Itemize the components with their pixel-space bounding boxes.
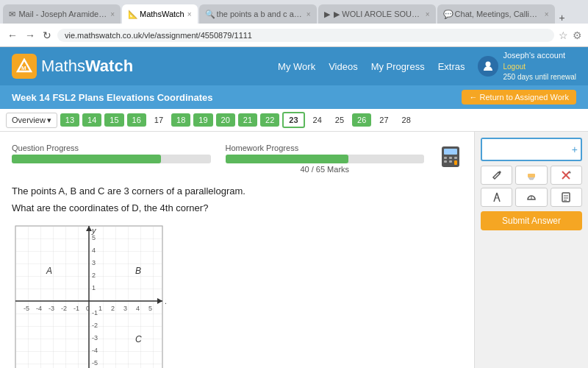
tab-youtube-close[interactable]: × bbox=[426, 10, 430, 18]
question-line1: The points A, B and C are 3 corners of a… bbox=[12, 185, 462, 197]
header-nav: My Work Videos My Progress Extras Joseph… bbox=[278, 50, 576, 82]
tab-points-title: the points a b and c are 3 corn... bbox=[217, 10, 304, 18]
bookmark-button[interactable]: ☆ bbox=[559, 29, 568, 41]
svg-rect-8 bbox=[444, 160, 447, 163]
tab-19[interactable]: 19 bbox=[193, 113, 212, 127]
assignment-title: Week 14 FSL2 Plans Elevations Coordinate… bbox=[12, 92, 213, 103]
homework-progress: Homework Progress 40 / 65 Marks bbox=[226, 144, 425, 174]
svg-text:-3: -3 bbox=[92, 334, 98, 342]
svg-text:3: 3 bbox=[92, 259, 96, 266]
protractor-tool[interactable] bbox=[515, 188, 547, 207]
points-favicon: 🔍 bbox=[205, 10, 214, 18]
tab-chat-close[interactable]: × bbox=[545, 10, 549, 18]
back-button[interactable]: ← bbox=[6, 29, 19, 41]
tab-17[interactable]: 17 bbox=[149, 113, 168, 127]
homework-progress-text: 40 / 65 Marks bbox=[226, 165, 425, 174]
mail-favicon: ✉ bbox=[9, 10, 15, 18]
extensions-button[interactable]: ⚙ bbox=[573, 29, 582, 41]
tab-chat-title: Chat, Meetings, Calling, Collab... bbox=[455, 10, 542, 18]
side-panel: + + bbox=[474, 132, 588, 368]
tab-24[interactable]: 24 bbox=[308, 113, 327, 127]
svg-text:x: x bbox=[165, 297, 166, 305]
tab-mathswatch-title: MathsWatch bbox=[140, 10, 184, 18]
return-button[interactable]: ← Return to Assigned Work bbox=[462, 90, 576, 105]
question-progress-label: Question Progress bbox=[12, 144, 211, 152]
svg-text:-4: -4 bbox=[92, 347, 98, 354]
tab-26[interactable]: 26 bbox=[352, 113, 371, 127]
calculator-icon bbox=[439, 144, 462, 174]
svg-text:+: + bbox=[568, 170, 571, 176]
tab-points[interactable]: 🔍 the points a b and c are 3 corn... × bbox=[199, 4, 317, 24]
compass-tool[interactable] bbox=[481, 188, 512, 207]
tab-mathswatch[interactable]: 📐 MathsWatch × bbox=[122, 4, 198, 24]
account-info: Joseph's account Logout 250 days until r… bbox=[503, 50, 576, 82]
tab-20[interactable]: 20 bbox=[216, 113, 235, 127]
account-avatar bbox=[478, 56, 498, 77]
tab-16[interactable]: 16 bbox=[127, 113, 146, 127]
extras-link[interactable]: Extras bbox=[438, 61, 465, 72]
forward-button[interactable]: → bbox=[24, 29, 37, 41]
document-tool[interactable] bbox=[551, 188, 582, 207]
tab-overview[interactable]: Overview ▾ bbox=[6, 113, 57, 128]
my-work-link[interactable]: My Work bbox=[278, 61, 315, 72]
svg-rect-7 bbox=[454, 157, 457, 159]
account-section: Joseph's account Logout 250 days until r… bbox=[478, 50, 576, 82]
refresh-button[interactable]: ↻ bbox=[41, 29, 53, 41]
videos-link[interactable]: Videos bbox=[329, 61, 358, 72]
svg-text:1: 1 bbox=[98, 305, 102, 312]
tab-youtube[interactable]: ▶ ▶ WOLI AROLE SOUNDS O... × bbox=[318, 4, 436, 24]
homework-progress-fill bbox=[226, 155, 349, 163]
tool-grid: + bbox=[481, 166, 582, 207]
topic-bar: Overview ▾ 13 14 15 16 17 18 19 20 21 22… bbox=[0, 109, 588, 132]
tab-25[interactable]: 25 bbox=[330, 113, 349, 127]
chat-favicon: 💬 bbox=[443, 10, 452, 18]
svg-rect-10 bbox=[454, 160, 457, 165]
tab-22[interactable]: 22 bbox=[260, 113, 279, 127]
tab-mathswatch-close[interactable]: × bbox=[187, 10, 192, 18]
svg-text:-4: -4 bbox=[36, 305, 42, 312]
svg-rect-4 bbox=[444, 149, 457, 155]
tab-28[interactable]: 28 bbox=[397, 113, 416, 127]
submit-button[interactable]: Submit Answer bbox=[481, 211, 582, 230]
tab-chat[interactable]: 💬 Chat, Meetings, Calling, Collab... × bbox=[437, 4, 555, 24]
tab-18[interactable]: 18 bbox=[171, 113, 190, 127]
question-progress-fill bbox=[12, 155, 161, 163]
address-input[interactable] bbox=[57, 29, 554, 42]
svg-text:-1: -1 bbox=[74, 305, 79, 312]
tab-mail-close[interactable]: × bbox=[110, 10, 115, 18]
svg-rect-43 bbox=[528, 174, 535, 177]
tab-23[interactable]: 23 bbox=[282, 112, 304, 128]
svg-text:-5: -5 bbox=[24, 305, 29, 312]
highlighter-tool[interactable] bbox=[515, 166, 547, 185]
tab-mail[interactable]: ✉ Mail - Joseph Aramide - Outlo... × bbox=[3, 4, 121, 24]
pencil-tool[interactable] bbox=[481, 166, 512, 185]
svg-text:0: 0 bbox=[86, 305, 90, 312]
svg-rect-6 bbox=[449, 157, 452, 159]
new-tab-button[interactable]: + bbox=[556, 12, 568, 24]
tab-15[interactable]: 15 bbox=[104, 113, 123, 127]
tab-13[interactable]: 13 bbox=[60, 113, 79, 127]
homework-progress-label: Homework Progress bbox=[226, 144, 425, 152]
add-answer-button[interactable]: + bbox=[572, 144, 578, 155]
svg-text:4: 4 bbox=[92, 247, 96, 254]
tab-14[interactable]: 14 bbox=[82, 113, 101, 127]
cross-tool[interactable]: + bbox=[551, 166, 582, 185]
tab-mail-title: Mail - Joseph Aramide - Outlo... bbox=[18, 10, 107, 18]
answer-input[interactable] bbox=[482, 139, 561, 155]
main-content: Question Progress Homework Progress 40 /… bbox=[0, 132, 588, 368]
logout-link[interactable]: Logout bbox=[503, 62, 576, 72]
svg-text:-3: -3 bbox=[49, 305, 54, 312]
svg-text:4: 4 bbox=[136, 305, 140, 312]
tab-27[interactable]: 27 bbox=[374, 113, 393, 127]
svg-text:1: 1 bbox=[92, 284, 96, 291]
days-until-renewal: 250 days until renewal bbox=[503, 72, 576, 82]
question-progress: Question Progress bbox=[12, 144, 211, 174]
svg-text:2: 2 bbox=[92, 272, 96, 279]
tab-21[interactable]: 21 bbox=[238, 113, 257, 127]
tab-points-close[interactable]: × bbox=[306, 10, 311, 18]
svg-text:C: C bbox=[135, 334, 142, 344]
question-area: Question Progress Homework Progress 40 /… bbox=[0, 132, 474, 368]
address-bar: ← → ↻ ☆ ⚙ bbox=[0, 24, 588, 47]
my-progress-link[interactable]: My Progress bbox=[371, 61, 425, 72]
svg-text:2: 2 bbox=[111, 305, 115, 312]
